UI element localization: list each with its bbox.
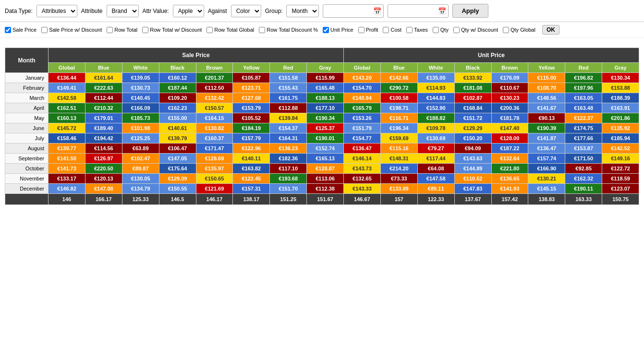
sale-price-cell: €147.05: [159, 154, 196, 164]
sale-price-cell: €129.09: [159, 174, 196, 184]
unit-price-cell: €190.39: [528, 123, 565, 133]
sale-price-cell: €89.87: [122, 164, 159, 174]
sale-price-cell: €150.55: [159, 184, 196, 194]
attr-value-select[interactable]: Apple: [173, 5, 204, 17]
table-row: June€145.72€189.40€101.98€140.61€130.82€…: [5, 123, 639, 133]
cb-taxes[interactable]: Taxes: [406, 27, 428, 33]
sale-price-cell: €112.88: [270, 103, 307, 113]
sale-price-cell: €151.70: [270, 184, 307, 194]
unit-price-cell: €130.23: [491, 93, 528, 103]
cb-cost[interactable]: Cost: [383, 27, 401, 33]
unit-price-cell: €114.93: [417, 83, 454, 93]
unit-price-cell: €214.20: [380, 164, 417, 174]
sale-price-cell: €151.58: [270, 73, 307, 83]
unit-price-cell: €187.22: [491, 144, 528, 154]
month-label: April: [5, 103, 49, 113]
unit-price-cell: €90.13: [528, 113, 565, 123]
calendar-to-icon[interactable]: 📅: [438, 7, 446, 15]
unit-price-cell: €201.86: [602, 113, 639, 123]
unit-price-cell: €110.52: [454, 174, 491, 184]
sale-price-cell: €130.05: [122, 174, 159, 184]
sub-header-gray: Gray: [602, 63, 639, 73]
cb-qty-global[interactable]: Qty Global: [503, 27, 535, 33]
date-to-input[interactable]: [390, 6, 438, 16]
sub-header-brown: Brown: [491, 63, 528, 73]
apply-button[interactable]: Apply: [452, 4, 488, 18]
sale-price-cell: €147.08: [85, 184, 122, 194]
sale-price-cell: €179.01: [85, 113, 122, 123]
cb-sale-price[interactable]: Sale Price: [5, 27, 36, 33]
unit-price-cell: €143.63: [454, 154, 491, 164]
table-row: August€139.77€114.56€63.89€106.47€171.47…: [5, 144, 639, 154]
group-label: Group:: [265, 8, 283, 14]
unit-price-cell: €174.75: [565, 123, 602, 133]
sale-price-cell: €162.51: [49, 103, 85, 113]
sale-price-cell: €139.84: [270, 113, 307, 123]
cb-profit[interactable]: Profit: [358, 27, 378, 33]
unit-price-cell: €144.89: [454, 164, 491, 174]
sale-price-cell: €162.23: [159, 103, 196, 113]
cb-sale-price-discount[interactable]: Sale Price w/ Discount: [41, 27, 102, 33]
cb-row-total-global[interactable]: Row Total Global: [207, 27, 254, 33]
against-label: Against: [208, 8, 227, 14]
sub-header-red: Red: [270, 63, 307, 73]
unit-price-cell: €151.79: [344, 123, 381, 133]
footer-cell: 157.42: [491, 194, 528, 205]
cb-row-total-discount[interactable]: Row Total w/ Discount: [142, 27, 202, 33]
month-header: Month: [5, 48, 49, 73]
sale-price-cell: €164.31: [270, 133, 307, 144]
sale-price-cell: €185.73: [122, 113, 159, 123]
unit-price-cell: €110.67: [491, 83, 528, 93]
date-from-input[interactable]: [325, 6, 373, 16]
unit-price-cell: €102.87: [454, 93, 491, 103]
month-label: May: [5, 113, 49, 123]
sale-price-cell: €133.17: [49, 174, 85, 184]
data-type-select[interactable]: Attributes: [36, 5, 77, 17]
unit-price-cell: €148.31: [380, 154, 417, 164]
sale-price-cell: €153.79: [233, 103, 270, 113]
footer-cell: 138.83: [528, 194, 565, 205]
cb-qty-discount[interactable]: Qty w/ Discount: [453, 27, 498, 33]
footer-cell: 166.17: [85, 194, 122, 205]
unit-price-cell: €135.00: [417, 73, 454, 83]
unit-price-cell: €89.11: [417, 184, 454, 194]
unit-price-cell: €142.52: [602, 144, 639, 154]
attribute-label: Attribute: [81, 8, 103, 14]
footer-cell: 138.17: [233, 194, 270, 205]
group-select[interactable]: Month: [286, 5, 319, 17]
unit-price-cell: €145.15: [528, 184, 565, 194]
sale-price-cell: €145.72: [49, 123, 85, 133]
sale-price-cell: €112.50: [196, 83, 233, 93]
table-row: November€133.17€120.13€130.05€129.09€150…: [5, 174, 639, 184]
unit-price-cell: €92.85: [565, 164, 602, 174]
month-label: December: [5, 184, 49, 194]
footer-cell: 151.25: [270, 194, 307, 205]
sale-price-cell: €123.71: [233, 83, 270, 93]
unit-price-cell: €181.78: [491, 113, 528, 123]
sale-price-cell: €184.19: [233, 123, 270, 133]
footer-row: 146166.17125.33146.5146.17138.17151.2515…: [5, 194, 639, 205]
cb-qty[interactable]: Qty: [433, 27, 449, 33]
footer-cell: 146: [49, 194, 85, 205]
cb-row-total-discount-pct[interactable]: Row Total Discount %: [259, 27, 318, 33]
table-row: April€162.51€210.32€166.09€162.23€150.57…: [5, 103, 639, 113]
sale-price-cell: €210.32: [85, 103, 122, 113]
unit-price-cell: €115.16: [380, 144, 417, 154]
footer-cell: 163.33: [565, 194, 602, 205]
sale-price-cell: €190.34: [307, 113, 344, 123]
attribute-select[interactable]: Brand: [107, 5, 139, 17]
unit-price-cell: €109.78: [417, 123, 454, 133]
ok-button[interactable]: OK: [542, 25, 559, 35]
sale-price-cell: €128.69: [196, 154, 233, 164]
unit-price-cell: €141.93: [491, 184, 528, 194]
against-select[interactable]: Color: [231, 5, 261, 17]
cb-row-total[interactable]: Row Total: [107, 27, 137, 33]
sale-price-cell: €201.37: [196, 73, 233, 83]
calendar-from-icon[interactable]: 📅: [373, 7, 381, 15]
table-row: February€149.41€222.63€130.73€187.44€112…: [5, 83, 639, 93]
unit-price-cell: €73.33: [380, 174, 417, 184]
unit-price-cell: €130.21: [528, 174, 565, 184]
footer-cell: 125.33: [122, 194, 159, 205]
sale-price-cell: €122.96: [233, 144, 270, 154]
cb-unit-price[interactable]: Unit Price: [323, 27, 353, 33]
